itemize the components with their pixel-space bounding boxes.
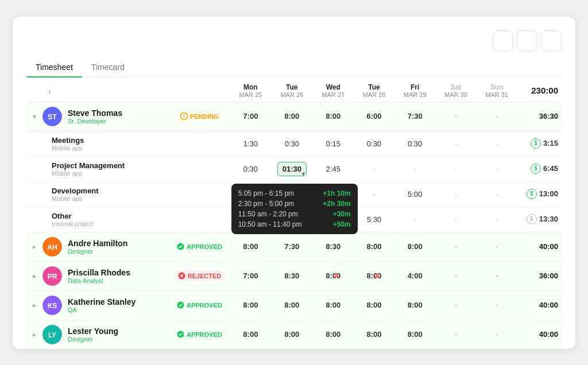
tab-timecard[interactable]: Timecard bbox=[82, 58, 134, 77]
member-day-total[interactable]: - bbox=[477, 232, 517, 261]
member-day-total[interactable]: 8:00 bbox=[271, 290, 313, 320]
task-cell[interactable]: - bbox=[354, 156, 394, 181]
expand-col[interactable]: ▸ bbox=[26, 232, 42, 261]
task-cell[interactable]: 2:45 bbox=[313, 156, 354, 181]
member-day-total[interactable]: 8:00 bbox=[313, 261, 354, 290]
member-row: ▾ ST Steve Thomas Sr. Developer ! PENDIN… bbox=[26, 102, 562, 131]
member-row: ▸ AH Andre Hamilton Designer APPROVED 8:… bbox=[26, 232, 562, 261]
member-day-total[interactable]: - bbox=[435, 232, 476, 261]
day-col-sun: Sun MAR 31 bbox=[477, 77, 517, 102]
task-cell[interactable]: 0:30 bbox=[271, 131, 313, 156]
task-status-col bbox=[169, 181, 230, 207]
member-day-total[interactable]: 8:00 bbox=[230, 320, 271, 349]
member-day-total[interactable]: 7:30 bbox=[394, 102, 435, 131]
day-col-fri: Fri MAR 29 bbox=[394, 77, 435, 102]
task-cell[interactable]: - bbox=[477, 131, 517, 156]
member-day-total[interactable]: - bbox=[477, 261, 517, 290]
task-expand-col bbox=[26, 207, 42, 232]
task-expand-col bbox=[26, 156, 42, 181]
chevron-right-icon[interactable]: ▸ bbox=[30, 300, 38, 310]
task-cell[interactable]: - bbox=[435, 181, 476, 207]
member-day-total[interactable]: 8:00 bbox=[394, 290, 435, 320]
task-cell[interactable]: 0:15 bbox=[313, 131, 354, 156]
member-day-total[interactable]: 8:00 bbox=[354, 261, 394, 290]
expand-col[interactable]: ▸ bbox=[26, 320, 42, 349]
billable-icon: $ bbox=[531, 138, 541, 149]
members-sort[interactable]: ↑ bbox=[46, 88, 52, 95]
task-status-col bbox=[169, 131, 230, 156]
task-cell[interactable]: 1:30 bbox=[230, 131, 271, 156]
status-badge-approved: APPROVED bbox=[172, 300, 227, 310]
avatar: AH bbox=[42, 237, 62, 257]
member-day-total[interactable]: 8:30 bbox=[313, 232, 354, 261]
chevron-down-icon[interactable]: ▾ bbox=[30, 111, 38, 122]
member-day-total[interactable]: 6:00 bbox=[354, 102, 394, 131]
member-day-total[interactable]: 8:00 bbox=[354, 232, 394, 261]
avatar: KS bbox=[42, 296, 62, 315]
highlighted-value[interactable]: 01:30 ▾ bbox=[277, 162, 307, 176]
member-day-total[interactable]: - bbox=[435, 102, 476, 131]
member-name: Lester Young bbox=[68, 327, 118, 336]
task-cell[interactable]: - bbox=[435, 207, 476, 232]
member-day-total[interactable]: 8:00 bbox=[354, 290, 394, 320]
member-row-total: 40:00 bbox=[517, 320, 562, 349]
task-cell[interactable]: 5:30 bbox=[354, 207, 394, 232]
member-name: Katherine Stanley bbox=[68, 297, 136, 306]
download-button[interactable] bbox=[493, 30, 513, 51]
expand-col[interactable]: ▸ bbox=[26, 261, 42, 290]
member-day-total[interactable]: 8:00 bbox=[313, 290, 354, 320]
header-actions bbox=[493, 30, 562, 51]
task-cell[interactable]: 0:30 bbox=[354, 131, 394, 156]
member-day-total[interactable]: - bbox=[435, 320, 476, 349]
member-day-total[interactable]: 8:00 bbox=[230, 232, 271, 261]
member-day-total[interactable]: - bbox=[435, 261, 476, 290]
member-name: Steve Thomas bbox=[68, 108, 122, 118]
task-cell[interactable]: - bbox=[394, 207, 435, 232]
member-day-total[interactable]: 4:00 bbox=[394, 261, 435, 290]
next-button[interactable] bbox=[541, 30, 562, 51]
task-row-total: $ 13:30 bbox=[517, 207, 562, 229]
tab-timesheet[interactable]: Timesheet bbox=[26, 58, 82, 77]
prev-button[interactable] bbox=[517, 30, 537, 51]
expand-col[interactable]: ▾ bbox=[26, 102, 42, 131]
chevron-right-icon[interactable]: ▸ bbox=[30, 271, 38, 281]
task-cell[interactable]: - bbox=[435, 131, 476, 156]
task-cell[interactable]: - bbox=[435, 156, 476, 181]
member-day-total[interactable]: - bbox=[477, 290, 517, 320]
member-day-total[interactable]: 8:00 bbox=[354, 320, 394, 349]
task-cell[interactable]: - bbox=[394, 156, 435, 181]
task-cell-highlighted[interactable]: 01:30 ▾ 5:05 pm - 6:15 pm+1h 10m2:30 pm … bbox=[271, 156, 313, 181]
member-day-total[interactable]: 7:00 bbox=[230, 102, 271, 131]
svg-text:ST: ST bbox=[48, 113, 57, 121]
task-cell[interactable]: 0:30 bbox=[230, 156, 271, 181]
expand-col[interactable]: ▸ bbox=[26, 290, 42, 320]
task-cell[interactable]: 5:00 bbox=[394, 181, 435, 207]
member-day-total[interactable]: 8:00 bbox=[271, 102, 313, 131]
member-day-total[interactable]: 8:00 bbox=[394, 232, 435, 261]
member-role: Designer bbox=[68, 336, 118, 343]
chevron-right-icon[interactable]: ▸ bbox=[30, 242, 38, 252]
member-day-total[interactable]: 7:00 bbox=[230, 261, 271, 290]
task-cell[interactable]: - bbox=[477, 207, 517, 232]
task-cell[interactable]: - bbox=[354, 181, 394, 207]
task-cell[interactable]: 0:30 bbox=[394, 131, 435, 156]
member-day-total[interactable]: - bbox=[477, 102, 517, 131]
member-day-total[interactable]: 7:30 bbox=[271, 232, 313, 261]
member-day-total[interactable]: - bbox=[435, 290, 476, 320]
avatar: ST bbox=[42, 107, 62, 126]
member-day-total[interactable]: 8:30 bbox=[271, 261, 313, 290]
day-col-tue26: Tue MAR 26 bbox=[271, 77, 313, 102]
card-header bbox=[26, 30, 562, 51]
chevron-right-icon[interactable]: ▸ bbox=[30, 329, 38, 340]
member-day-total[interactable]: 8:00 bbox=[313, 320, 354, 349]
warning-flag-icon bbox=[374, 273, 380, 277]
member-day-total[interactable]: 8:00 bbox=[230, 290, 271, 320]
member-day-total[interactable]: 8:00 bbox=[313, 102, 354, 131]
task-cell[interactable]: - bbox=[477, 181, 517, 207]
member-day-total[interactable]: 8:00 bbox=[271, 320, 313, 349]
status-badge-rejected: REJECTED bbox=[173, 270, 226, 281]
member-day-total[interactable]: 8:00 bbox=[394, 320, 435, 349]
day-col-mon: Mon MAR 25 bbox=[230, 77, 271, 102]
task-cell[interactable]: - bbox=[477, 156, 517, 181]
member-day-total[interactable]: - bbox=[477, 320, 517, 349]
